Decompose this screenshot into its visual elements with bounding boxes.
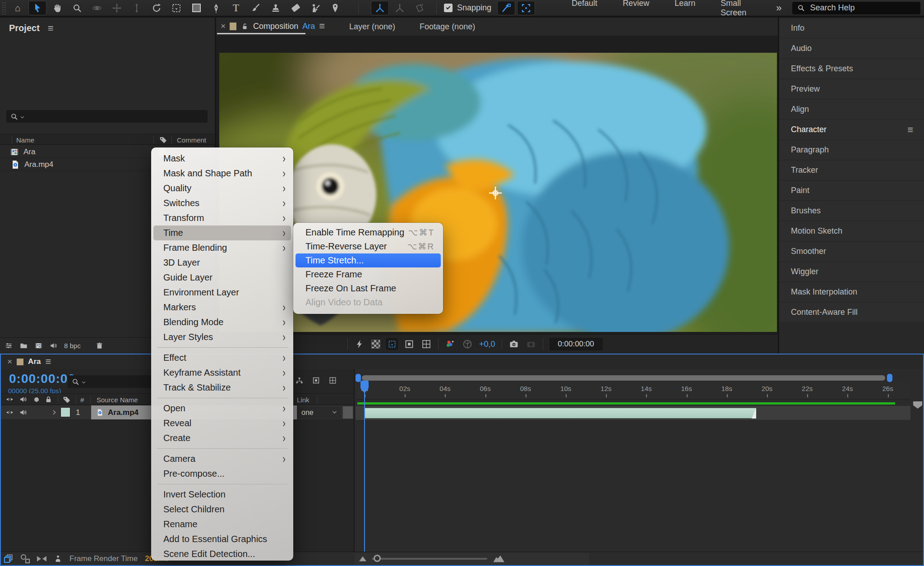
footage-viewer-tab[interactable]: Footage (none)	[420, 22, 475, 32]
zoom-slider-knob[interactable]	[374, 555, 381, 562]
column-link[interactable]: Link	[297, 396, 310, 404]
new-folder-icon[interactable]	[19, 341, 28, 350]
context-menu-item[interactable]: Pre-compose... ›	[153, 466, 291, 481]
snap-to-features-button[interactable]	[517, 1, 535, 15]
context-menu-item[interactable]: Open ›	[153, 401, 291, 416]
eraser-tool-button[interactable]	[287, 1, 304, 15]
horizontal-pan-scrollbar[interactable]	[362, 375, 885, 381]
video-eye-icon[interactable]	[5, 408, 14, 417]
rotation-tool-button[interactable]	[148, 1, 165, 15]
layer-duration-bar[interactable]	[365, 408, 756, 419]
unlock-icon[interactable]	[240, 22, 249, 31]
brush-tool-button[interactable]	[247, 1, 264, 15]
mask-visibility-icon[interactable]	[404, 339, 415, 350]
comp-marker-bin-icon[interactable]	[913, 401, 922, 409]
snapshot-camera-icon[interactable]	[508, 339, 519, 350]
column-source-name[interactable]: Source Name	[97, 396, 138, 404]
panel-tab[interactable]: Audio ≡	[779, 39, 924, 58]
panel-tab[interactable]: Paint ≡	[779, 181, 924, 200]
project-column-headers[interactable]: Name Comment	[0, 134, 215, 145]
submenu-item[interactable]: Time-Reverse Layer ⌥⌘R	[296, 239, 441, 253]
twirl-chevron-icon[interactable]	[51, 410, 55, 414]
zoom-tool-button[interactable]	[69, 1, 86, 15]
panel-tab[interactable]: Tracker ≡	[779, 161, 924, 180]
graph-editor-icon[interactable]	[328, 376, 337, 385]
panel-tab[interactable]: Paragraph ≡	[779, 140, 924, 160]
transparency-grid-icon[interactable]	[371, 340, 380, 349]
context-menu-item[interactable]: Track & Stabilize ›	[153, 380, 291, 395]
rectangle-tool-button[interactable]	[188, 1, 205, 15]
label-tag-icon[interactable]	[62, 395, 71, 404]
workspace-tab[interactable]: Default	[572, 0, 597, 18]
hand-tool-button[interactable]	[49, 1, 66, 15]
context-menu-item[interactable]: Select Children ›	[153, 502, 291, 517]
context-menu-item[interactable]: 3D Layer ›	[153, 255, 291, 270]
motion-blur-person-icon[interactable]	[54, 554, 62, 563]
type-tool-button[interactable]: T	[227, 1, 245, 15]
layer-viewer-tab[interactable]: Layer (none)	[349, 22, 395, 32]
audio-speaker-icon[interactable]	[19, 395, 28, 404]
workspace-tab[interactable]: Learn	[675, 0, 695, 18]
column-name[interactable]: Name	[16, 136, 34, 144]
draft-3d-icon[interactable]	[312, 376, 320, 385]
snap-along-edges-button[interactable]	[498, 1, 515, 15]
close-tab-icon[interactable]: ×	[221, 21, 226, 31]
context-menu-item[interactable]: Guide Layer ›	[153, 270, 291, 285]
dolly-camera-tool-button[interactable]	[128, 1, 145, 15]
context-menu-item[interactable]: Markers ›	[153, 300, 291, 315]
context-menu-item[interactable]: Blending Mode ›	[153, 315, 291, 330]
project-search-input[interactable]	[6, 110, 208, 123]
local-axis-mode-button[interactable]	[371, 1, 388, 15]
zoom-in-mountains-icon[interactable]	[493, 556, 504, 562]
pan-start-handle[interactable]	[356, 374, 361, 382]
context-menu-item[interactable]: Quality ›	[153, 181, 291, 196]
exposure-icon[interactable]	[462, 339, 473, 350]
timeline-tab-name[interactable]: Ara	[28, 357, 41, 366]
viewer-panel-menu-icon[interactable]: ≡	[319, 21, 325, 31]
layer-out-handle[interactable]	[752, 408, 756, 419]
parent-link-dropdown[interactable]: one	[297, 406, 341, 419]
submenu-item[interactable]: Freeze Frame	[296, 267, 441, 281]
world-axis-mode-button[interactable]	[391, 1, 408, 15]
panel-tab[interactable]: Align ≡	[779, 100, 924, 119]
time-ruler[interactable]: 0s02s04s06s08s10s12s14s16s18s20s22s24s26…	[356, 382, 910, 400]
orbit-camera-tool-button[interactable]	[88, 1, 106, 15]
context-menu-item[interactable]: Transform ›	[153, 211, 291, 225]
draft-3d-toggle-icon[interactable]	[21, 554, 30, 563]
context-menu-item[interactable]: Frame Blending ›	[153, 240, 291, 255]
exposure-offset-value[interactable]: +0,0	[479, 340, 495, 349]
context-menu-item[interactable]: Reveal ›	[153, 416, 291, 431]
layer-color-swatch[interactable]	[60, 407, 70, 417]
submenu-item[interactable]: Enable Time Remapping ⌥⌘T	[296, 225, 441, 239]
panel-tab[interactable]: Brushes ≡	[779, 201, 924, 221]
selection-tool-button[interactable]	[29, 1, 46, 15]
context-menu-item[interactable]: Switches ›	[153, 196, 291, 211]
composition-mini-flowchart-icon[interactable]	[295, 376, 304, 385]
column-comment[interactable]: Comment	[177, 136, 206, 144]
workspace-tab[interactable]: Small Screen	[721, 0, 746, 18]
pen-tool-button[interactable]	[208, 1, 225, 15]
context-menu-item[interactable]: Mask ›	[153, 151, 291, 166]
interpret-footage-icon[interactable]	[5, 341, 13, 350]
workspace-overflow-button[interactable]: »	[776, 2, 781, 14]
panel-tab[interactable]: Info ≡	[779, 18, 924, 38]
camera-track-tool-button[interactable]	[168, 1, 185, 15]
column-number[interactable]: #	[80, 396, 84, 404]
current-timecode[interactable]: 0:00:00:00	[9, 372, 75, 386]
home-button[interactable]: ⌂	[9, 1, 26, 15]
help-search-input[interactable]: Search Help	[792, 2, 920, 14]
context-menu-item[interactable]: Layer Styles ›	[153, 330, 291, 345]
work-area-bar[interactable]	[357, 402, 895, 405]
view-axis-mode-button[interactable]	[411, 1, 428, 15]
solo-icon[interactable]	[34, 397, 39, 402]
panel-tab[interactable]: Effects & Presets ≡	[779, 59, 924, 78]
bit-depth-button[interactable]: 8 bpc	[64, 342, 81, 350]
panel-tab[interactable]: Motion Sketch ≡	[779, 221, 924, 241]
submenu-item[interactable]: Align Video to Data	[296, 295, 441, 309]
playhead-line[interactable]	[364, 382, 365, 552]
pan-camera-tool-button[interactable]	[108, 1, 125, 15]
roto-brush-tool-button[interactable]	[307, 1, 324, 15]
new-composition-icon[interactable]	[34, 341, 43, 350]
context-menu-item[interactable]: Effect ›	[153, 350, 291, 365]
zoom-out-mountain-icon[interactable]	[359, 557, 366, 561]
